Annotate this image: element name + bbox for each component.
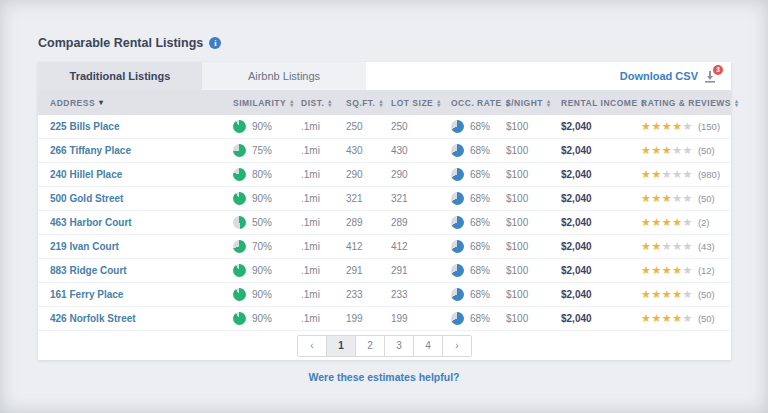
similarity-value: 90% — [252, 121, 272, 132]
download-csv-button[interactable]: Download CSV 3 — [620, 70, 717, 83]
lot-size-cell: 430 — [383, 145, 443, 156]
similarity-pie-icon — [233, 192, 246, 205]
star-icon: ★ — [672, 265, 682, 276]
star-icon: ★ — [641, 217, 651, 228]
similarity-pie-icon — [233, 288, 246, 301]
column-header-occ-rate[interactable]: OCC. RATE▴▾ — [443, 98, 498, 108]
table-row: 225 Bills Place90%.1mi25025068%$100$2,04… — [38, 115, 731, 139]
tab-traditional-listings[interactable]: Traditional Listings — [38, 62, 202, 90]
sort-icon: ▴▾ — [547, 99, 551, 107]
address-cell: 225 Bills Place — [38, 121, 225, 132]
column-header-label: ADDRESS — [50, 98, 95, 108]
download-csv-label: Download CSV — [620, 70, 698, 82]
estimates-helpful-link[interactable]: Were these estimates helpful? — [309, 371, 460, 383]
review-count: (150) — [698, 121, 720, 132]
star-icon: ★ — [662, 241, 672, 252]
column-header-address[interactable]: ADDRESS▾ — [38, 98, 225, 108]
rental-income-cell: $2,040 — [553, 145, 633, 156]
occ-rate-cell: 68% — [443, 216, 498, 229]
occ-rate-cell: 68% — [443, 288, 498, 301]
column-header-sq-ft[interactable]: SQ.FT.▴▾ — [338, 98, 383, 108]
star-icon: ★ — [662, 217, 672, 228]
similarity-pie-icon — [233, 120, 246, 133]
address-link[interactable]: 240 Hillel Place — [50, 169, 122, 180]
pagination-next-button[interactable]: › — [442, 335, 472, 357]
similarity-pie-icon — [233, 240, 246, 253]
occ-rate-pie-icon — [451, 192, 464, 205]
tab-airbnb-listings[interactable]: Airbnb Listings — [202, 62, 366, 90]
similarity-value: 50% — [252, 217, 272, 228]
pagination: ‹1234› — [38, 331, 731, 360]
star-icon: ★ — [651, 193, 661, 204]
rental-income-cell: $2,040 — [553, 169, 633, 180]
star-icon: ★ — [641, 121, 651, 132]
night-price-cell: $100 — [498, 169, 553, 180]
occ-rate-value: 68% — [470, 169, 490, 180]
address-link[interactable]: 266 Tiffany Place — [50, 145, 131, 156]
address-link[interactable]: 225 Bills Place — [50, 121, 120, 132]
review-count: (2) — [698, 217, 710, 228]
column-header-dist[interactable]: DIST.▴▾ — [293, 98, 338, 108]
similarity-pie-icon — [233, 168, 246, 181]
occ-rate-pie-icon — [451, 288, 464, 301]
similarity-value: 90% — [252, 193, 272, 204]
similarity-value: 90% — [252, 313, 272, 324]
star-icon: ★ — [651, 241, 661, 252]
occ-rate-value: 68% — [470, 145, 490, 156]
address-link[interactable]: 426 Norfolk Street — [50, 313, 136, 324]
lot-size-cell: 289 — [383, 217, 443, 228]
review-count: (12) — [698, 265, 715, 276]
address-link[interactable]: 161 Ferry Place — [50, 289, 123, 300]
column-header-night[interactable]: $/NIGHT▴▾ — [498, 98, 553, 108]
tab-bar-spacer: Download CSV 3 — [366, 62, 731, 90]
star-icon: ★ — [641, 289, 651, 300]
sqft-cell: 291 — [338, 265, 383, 276]
column-header-lot-size[interactable]: LOT SIZE▴▾ — [383, 98, 443, 108]
column-header-rating-reviews[interactable]: RATING & REVIEWS▴▾ — [633, 98, 739, 108]
pagination-page-3[interactable]: 3 — [384, 335, 414, 357]
sqft-cell: 321 — [338, 193, 383, 204]
address-link[interactable]: 219 Ivan Court — [50, 241, 119, 252]
column-header-rental-income[interactable]: RENTAL INCOME▴▾ — [553, 98, 633, 108]
similarity-cell: 70% — [225, 240, 293, 253]
occ-rate-pie-icon — [451, 120, 464, 133]
address-link[interactable]: 463 Harbor Court — [50, 217, 132, 228]
table-row: 240 Hillel Place80%.1mi29029068%$100$2,0… — [38, 163, 731, 187]
occ-rate-cell: 68% — [443, 192, 498, 205]
page-title: Comparable Rental Listings — [38, 36, 203, 50]
address-link[interactable]: 883 Ridge Court — [50, 265, 127, 276]
night-price-cell: $100 — [498, 241, 553, 252]
distance-cell: .1mi — [293, 121, 338, 132]
address-link[interactable]: 500 Gold Street — [50, 193, 123, 204]
review-count: (50) — [698, 193, 715, 204]
table-row: 266 Tiffany Place75%.1mi43043068%$100$2,… — [38, 139, 731, 163]
occ-rate-cell: 68% — [443, 120, 498, 133]
occ-rate-pie-icon — [451, 312, 464, 325]
address-cell: 883 Ridge Court — [38, 265, 225, 276]
sort-icon: ▴▾ — [437, 99, 441, 107]
info-icon[interactable]: i — [209, 37, 221, 49]
column-header-label: RENTAL INCOME — [561, 98, 638, 108]
star-icon: ★ — [683, 289, 693, 300]
pagination-page-2[interactable]: 2 — [355, 335, 385, 357]
column-header-label: OCC. RATE — [451, 98, 502, 108]
sort-icon: ▴▾ — [328, 99, 332, 107]
column-header-similarity[interactable]: SIMILARITY▴▾ — [225, 98, 293, 108]
distance-cell: .1mi — [293, 265, 338, 276]
similarity-cell: 90% — [225, 120, 293, 133]
lot-size-cell: 321 — [383, 193, 443, 204]
pagination-prev-button[interactable]: ‹ — [297, 335, 327, 357]
lot-size-cell: 250 — [383, 121, 443, 132]
pagination-page-4[interactable]: 4 — [413, 335, 443, 357]
similarity-pie-icon — [233, 264, 246, 277]
similarity-value: 80% — [252, 169, 272, 180]
rental-income-cell: $2,040 — [553, 121, 633, 132]
similarity-pie-icon — [233, 216, 246, 229]
night-price-cell: $100 — [498, 121, 553, 132]
occ-rate-cell: 68% — [443, 240, 498, 253]
star-icon: ★ — [641, 241, 651, 252]
address-cell: 426 Norfolk Street — [38, 313, 225, 324]
star-icon: ★ — [651, 145, 661, 156]
pagination-page-1[interactable]: 1 — [326, 335, 356, 357]
address-cell: 219 Ivan Court — [38, 241, 225, 252]
